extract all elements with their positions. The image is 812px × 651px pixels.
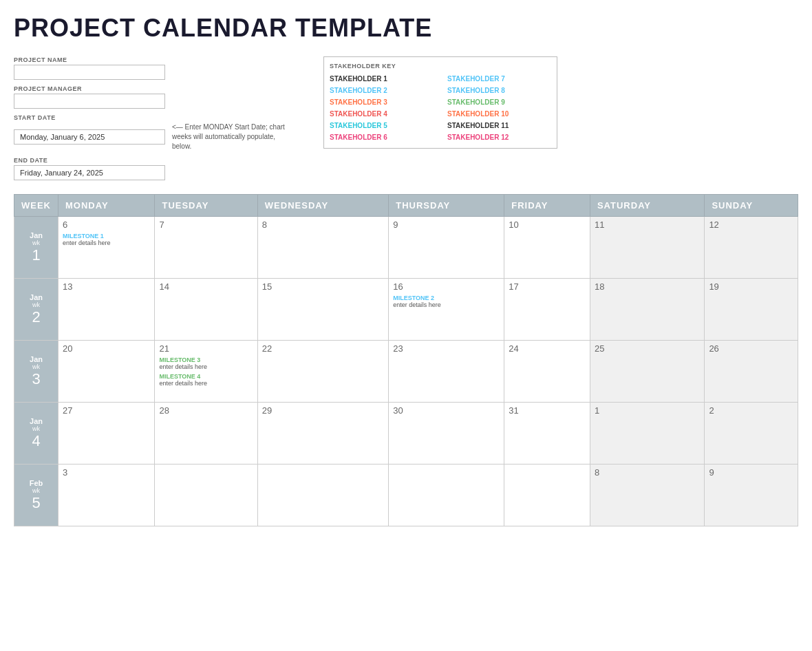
- day-number: 28: [159, 405, 253, 416]
- stakeholder-item: STAKEHOLDER 7: [447, 74, 551, 84]
- week-cell: Janwk2: [14, 279, 58, 341]
- col-sunday: SUNDAY: [705, 195, 798, 217]
- project-manager-label: PROJECT MANAGER: [14, 85, 296, 92]
- milestone-detail: enter details here: [159, 380, 253, 387]
- day-number: 25: [595, 343, 700, 354]
- day-cell: 27: [58, 403, 155, 465]
- end-date-label: END DATE: [14, 157, 296, 164]
- day-cell: 9: [389, 217, 504, 279]
- table-row: Janwk4272829303112: [14, 403, 798, 465]
- day-number: 24: [509, 343, 586, 354]
- stakeholder-item: STAKEHOLDER 9: [447, 97, 551, 107]
- col-wednesday: WEDNESDAY: [257, 195, 388, 217]
- day-cell: 14: [155, 279, 257, 341]
- day-number: 7: [159, 220, 253, 230]
- week-cell: Febwk5: [14, 465, 58, 526]
- stakeholder-item: STAKEHOLDER 4: [330, 109, 434, 119]
- stakeholder-item: STAKEHOLDER 3: [330, 97, 434, 107]
- day-number: 29: [262, 405, 384, 416]
- stakeholder-item: STAKEHOLDER 11: [447, 120, 551, 131]
- day-number: 9: [709, 467, 793, 478]
- day-cell: 19: [705, 279, 798, 341]
- stakeholder-section: STAKEHOLDER KEY STAKEHOLDER 1STAKEHOLDER…: [323, 56, 557, 149]
- day-number: 22: [262, 343, 384, 354]
- milestone-label: MILESTONE 1: [63, 233, 150, 239]
- end-date-input[interactable]: [14, 165, 165, 180]
- day-number: 14: [159, 281, 253, 292]
- day-cell: 11: [590, 217, 704, 279]
- day-cell: 16MILESTONE 2enter details here: [389, 279, 504, 341]
- day-number: 8: [262, 220, 384, 230]
- week-cell: Janwk3: [14, 341, 58, 403]
- stakeholder-grid: STAKEHOLDER 1STAKEHOLDER 7STAKEHOLDER 2S…: [330, 74, 551, 142]
- day-cell: 23: [389, 341, 504, 403]
- day-number: 3: [63, 467, 150, 478]
- day-cell: [389, 465, 504, 526]
- col-week: WEEK: [14, 195, 58, 217]
- col-saturday: SATURDAY: [590, 195, 704, 217]
- stakeholder-item: STAKEHOLDER 10: [447, 109, 551, 119]
- page-title: PROJECT CALENDAR TEMPLATE: [14, 14, 798, 43]
- table-row: Janwk213141516MILESTONE 2enter details h…: [14, 279, 798, 341]
- milestone-detail: enter details here: [159, 363, 253, 370]
- day-cell: 1: [590, 403, 704, 465]
- stakeholder-item: STAKEHOLDER 1: [330, 74, 434, 84]
- day-number: 27: [63, 405, 150, 416]
- stakeholder-label: STAKEHOLDER KEY: [330, 63, 551, 70]
- day-cell: 21MILESTONE 3enter details hereMILESTONE…: [155, 341, 257, 403]
- day-cell: [257, 465, 388, 526]
- day-number: 12: [709, 220, 793, 230]
- table-row: Janwk32021MILESTONE 3enter details hereM…: [14, 341, 798, 403]
- milestone-label: MILESTONE 2: [393, 295, 500, 301]
- table-row: Febwk5389: [14, 465, 798, 526]
- week-cell: Janwk4: [14, 403, 58, 465]
- day-cell: 30: [389, 403, 504, 465]
- stakeholder-item: STAKEHOLDER 5: [330, 120, 434, 131]
- form-section: PROJECT NAME PROJECT MANAGER START DATE …: [14, 56, 296, 180]
- day-cell: 20: [58, 341, 155, 403]
- day-cell: 9: [705, 465, 798, 526]
- day-number: 9: [393, 220, 500, 230]
- stakeholder-item: STAKEHOLDER 2: [330, 85, 434, 96]
- day-cell: 6MILESTONE 1enter details here: [58, 217, 155, 279]
- milestone-label: MILESTONE 3: [159, 356, 253, 363]
- day-number: 6: [63, 220, 150, 230]
- col-thursday: THURSDAY: [389, 195, 504, 217]
- day-cell: 2: [705, 403, 798, 465]
- day-number: 15: [262, 281, 384, 292]
- day-number: 2: [709, 405, 793, 416]
- day-cell: 15: [257, 279, 388, 341]
- day-cell: 28: [155, 403, 257, 465]
- day-cell: 18: [590, 279, 704, 341]
- stakeholder-item: STAKEHOLDER 12: [447, 132, 551, 142]
- milestone-label: MILESTONE 4: [159, 373, 253, 380]
- day-number: 10: [509, 220, 586, 230]
- col-friday: FRIDAY: [504, 195, 590, 217]
- stakeholder-item: STAKEHOLDER 6: [330, 132, 434, 142]
- day-number: 8: [595, 467, 700, 478]
- project-name-input[interactable]: [14, 65, 165, 80]
- start-date-input[interactable]: [14, 129, 165, 145]
- calendar-table: WEEK MONDAY TUESDAY WEDNESDAY THURSDAY F…: [14, 194, 798, 526]
- project-manager-input[interactable]: [14, 94, 165, 109]
- col-tuesday: TUESDAY: [155, 195, 257, 217]
- day-cell: 8: [257, 217, 388, 279]
- day-cell: 26: [705, 341, 798, 403]
- day-cell: 22: [257, 341, 388, 403]
- milestone-detail: enter details here: [393, 301, 500, 308]
- project-name-label: PROJECT NAME: [14, 56, 296, 63]
- day-cell: 17: [504, 279, 590, 341]
- table-row: Janwk16MILESTONE 1enter details here7891…: [14, 217, 798, 279]
- day-number: 19: [709, 281, 793, 292]
- col-monday: MONDAY: [58, 195, 155, 217]
- day-number: 23: [393, 343, 500, 354]
- day-cell: 13: [58, 279, 155, 341]
- top-section: PROJECT NAME PROJECT MANAGER START DATE …: [14, 56, 798, 180]
- day-number: 26: [709, 343, 793, 354]
- day-cell: 24: [504, 341, 590, 403]
- day-cell: 25: [590, 341, 704, 403]
- stakeholder-item: STAKEHOLDER 8: [447, 85, 551, 96]
- calendar-container: WEEK MONDAY TUESDAY WEDNESDAY THURSDAY F…: [14, 194, 798, 526]
- day-number: 31: [509, 405, 586, 416]
- milestone-detail: enter details here: [63, 239, 150, 246]
